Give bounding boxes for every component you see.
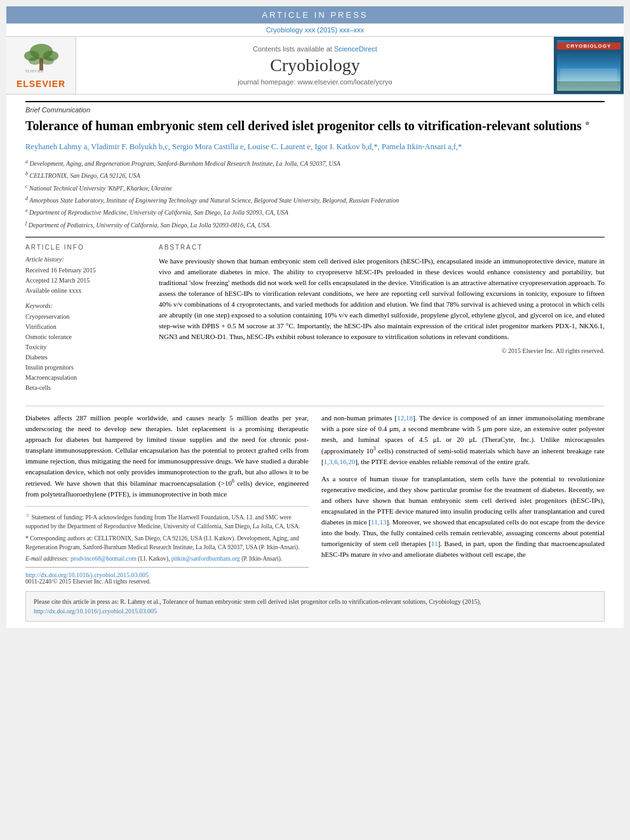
journal-homepage: journal homepage: www.elsevier.com/locat… bbox=[238, 78, 392, 86]
ref-1[interactable]: 1,3,6,16,20 bbox=[324, 458, 356, 465]
abstract-text: We have previously shown that human embr… bbox=[159, 256, 605, 342]
elsevier-tree-icon: ELSEVIER bbox=[19, 42, 64, 76]
issn-line: 0011-2240/© 2015 Elsevier Inc. All right… bbox=[25, 578, 309, 585]
keyword-vitrification: Vitrification bbox=[25, 322, 146, 332]
footnote-corresponding: * Corresponding authors at: CELLTRONIX, … bbox=[25, 534, 309, 552]
journal-center: Contents lists available at ScienceDirec… bbox=[76, 37, 554, 94]
main-paragraph-left: Diabetes affects 287 million people worl… bbox=[25, 413, 309, 500]
footnote-funding: ☆ Statement of funding: PI-A acknowledge… bbox=[25, 512, 309, 531]
abstract-column: ABSTRACT We have previously shown that h… bbox=[159, 244, 605, 399]
article-body: Brief Communication Tolerance of human e… bbox=[6, 101, 624, 622]
page: ARTICLE IN PRESS Cryobiology xxx (2015) … bbox=[6, 6, 624, 628]
accepted-date: Accepted 12 March 2015 bbox=[25, 276, 146, 286]
aip-banner: ARTICLE IN PRESS bbox=[6, 6, 624, 23]
affiliation-b: b CELLTRONIX, San Diego, CA 92126, USA bbox=[25, 170, 605, 181]
doi-line: Cryobiology xxx (2015) xxx–xxx bbox=[6, 23, 624, 36]
aip-text: ARTICLE IN PRESS bbox=[262, 10, 368, 20]
affiliation-c: c National Technical University 'KhPI', … bbox=[25, 183, 605, 194]
cryobiology-logo: CRYOBIOLOGY bbox=[554, 37, 624, 94]
article-info-column: ARTICLE INFO Article history: Received 1… bbox=[25, 244, 146, 399]
keyword-diabetes: Diabetes bbox=[25, 352, 146, 363]
keyword-betacells: Beta-cells bbox=[25, 383, 146, 393]
keyword-macroencapsulation: Macroencapsulation bbox=[25, 373, 146, 383]
main-left-column: Diabetes affects 287 million people worl… bbox=[25, 413, 309, 585]
svg-text:ELSEVIER: ELSEVIER bbox=[25, 69, 43, 73]
sciencedirect-line: Contents lists available at ScienceDirec… bbox=[253, 45, 377, 53]
article-info-header: ARTICLE INFO bbox=[25, 244, 146, 251]
sciencedirect-prefix: Contents lists available at bbox=[253, 45, 334, 53]
keyword-osmotic: Osmotic tolerance bbox=[25, 332, 146, 342]
doi-text: Cryobiology xxx (2015) xxx–xxx bbox=[266, 26, 365, 34]
svg-point-5 bbox=[41, 57, 54, 65]
ref-12[interactable]: 12,18 bbox=[397, 414, 413, 422]
keyword-cryopreservation: Cryopreservation bbox=[25, 312, 146, 322]
keyword-toxicity: Toxicity bbox=[25, 342, 146, 352]
article-title: Tolerance of human embryonic stem cell d… bbox=[25, 117, 605, 134]
received-date: Received 16 February 2015 bbox=[25, 265, 146, 276]
elsevier-label: ELSEVIER bbox=[17, 79, 65, 89]
affiliation-f: f Department of Pediatrics, University o… bbox=[25, 220, 605, 230]
star-symbol: ☆ bbox=[585, 121, 589, 126]
journal-header: ELSEVIER ELSEVIER Contents lists availab… bbox=[6, 36, 624, 95]
separator bbox=[25, 567, 309, 568]
cryobiology-label: CRYOBIOLOGY bbox=[557, 43, 620, 50]
main-paragraph-right-2: As a source of human tissue for transpla… bbox=[321, 474, 605, 560]
doi-link[interactable]: http://dx.doi.org/10.1016/j.cryobiol.201… bbox=[25, 571, 149, 578]
ref-11b[interactable]: 11 bbox=[431, 540, 438, 547]
main-content: Diabetes affects 287 million people worl… bbox=[25, 406, 605, 585]
article-history: Article history: Received 16 February 20… bbox=[25, 256, 146, 296]
available-online: Available online xxxx bbox=[25, 286, 146, 296]
keyword-insulin: Insulin progenitors bbox=[25, 363, 146, 373]
affiliation-d: d Amorphous State Laboratory, Institute … bbox=[25, 195, 605, 206]
main-right-column: and non-human primates [12,18]. The devi… bbox=[321, 413, 605, 585]
affiliation-e: e Department of Reproductive Medicine, U… bbox=[25, 207, 605, 218]
email-pitkin[interactable]: pitkin@sanfordburnham.org bbox=[171, 556, 240, 562]
cryobiology-image: CRYOBIOLOGY bbox=[557, 40, 620, 91]
sciencedirect-link[interactable]: ScienceDirect bbox=[334, 45, 377, 53]
main-paragraph-right-1: and non-human primates [12,18]. The devi… bbox=[321, 413, 605, 467]
keywords-label: Keywords: bbox=[25, 302, 146, 309]
article-info-abstract: ARTICLE INFO Article history: Received 1… bbox=[25, 237, 605, 399]
authors-line: Reyhaneh Lahmy a, Vladimir F. Bolyukh b,… bbox=[25, 140, 605, 153]
citation-doi-link[interactable]: http://dx.doi.org/10.1016/j.cryobiol.201… bbox=[34, 608, 157, 615]
history-label: Article history: bbox=[25, 256, 146, 263]
footnotes-section: ☆ Statement of funding: PI-A acknowledge… bbox=[25, 506, 309, 563]
abstract-header: ABSTRACT bbox=[159, 244, 605, 251]
copyright-line: © 2015 Elsevier Inc. All rights reserved… bbox=[159, 347, 605, 354]
affiliation-a: a Development, Aging, and Regeneration P… bbox=[25, 158, 605, 169]
elsevier-logo: ELSEVIER ELSEVIER bbox=[6, 37, 76, 94]
footnote-email: E-mail addresses: prodvince68@hotmail.co… bbox=[25, 554, 309, 563]
affiliations: a Development, Aging, and Regeneration P… bbox=[25, 158, 605, 230]
svg-point-4 bbox=[29, 57, 41, 65]
keywords-section: Keywords: Cryopreservation Vitrification… bbox=[25, 302, 146, 393]
article-type: Brief Communication bbox=[25, 101, 605, 114]
email-katkov[interactable]: prodvince68@hotmail.com bbox=[70, 556, 137, 562]
doi-footer: http://dx.doi.org/10.1016/j.cryobiol.201… bbox=[25, 571, 309, 578]
ref-11[interactable]: 11,13 bbox=[371, 518, 386, 526]
citation-box: Please cite this article in press as: R.… bbox=[25, 591, 605, 622]
journal-name: Cryobiology bbox=[270, 55, 360, 76]
